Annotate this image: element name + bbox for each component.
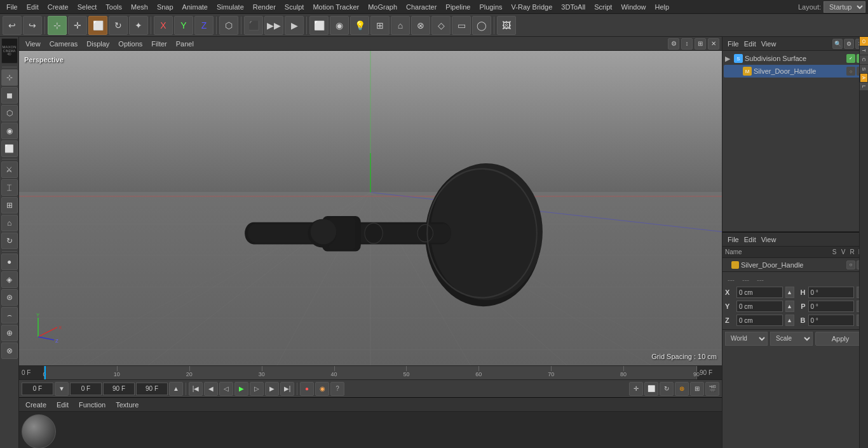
vp-settings-icon[interactable]: ⚙ xyxy=(668,38,679,50)
obj-view-menu[interactable]: View xyxy=(759,37,779,51)
redo-button[interactable]: ↪ xyxy=(23,16,42,35)
menu-plugins[interactable]: Plugins xyxy=(475,0,506,14)
pb-move-key-btn[interactable]: ✛ xyxy=(629,382,643,396)
pb-play-btn[interactable]: ▶ xyxy=(234,382,248,396)
vp-menu-cameras[interactable]: Cameras xyxy=(46,37,82,51)
particles-button[interactable]: ⊞ xyxy=(370,16,390,35)
transform-button[interactable]: ✦ xyxy=(129,16,148,35)
select-tool-button[interactable]: ⊹ xyxy=(48,16,67,35)
vtab-tags[interactable]: T xyxy=(860,46,868,55)
pb-frame-end1[interactable]: 90 F xyxy=(103,383,135,395)
material-item-doorhai[interactable]: doorhai xyxy=(22,414,56,448)
vtab-content-browser[interactable]: C xyxy=(860,55,868,65)
menu-character[interactable]: Character xyxy=(402,0,440,14)
view-cube-button[interactable]: ⬜ xyxy=(309,16,329,35)
coord-x-arrow[interactable]: ▲ xyxy=(785,287,794,298)
bevel-tool[interactable]: ⌂ xyxy=(1,215,18,231)
render-region-button[interactable]: ⬛ xyxy=(244,16,263,35)
coord-space-select[interactable]: World Object xyxy=(725,332,768,346)
vp-menu-filter[interactable]: Filter xyxy=(147,37,170,51)
timeline-end-frame[interactable]: 90 F xyxy=(696,366,722,380)
pb-select-key-btn[interactable]: ⬜ xyxy=(644,382,658,396)
camera-button[interactable]: ◉ xyxy=(330,16,349,35)
scale-tool-button[interactable]: ⬜ xyxy=(88,16,107,35)
pb-up-btn[interactable]: ▲ xyxy=(169,382,183,396)
rotate-tool-button[interactable]: ↻ xyxy=(109,16,128,35)
menu-animate[interactable]: Animate xyxy=(179,0,212,14)
edge-mode-btn[interactable]: ⬡ xyxy=(1,105,18,121)
vp-close-icon[interactable]: ✕ xyxy=(708,38,719,50)
pb-help-btn[interactable]: ? xyxy=(330,382,344,396)
pb-grid-btn[interactable]: ⊞ xyxy=(690,382,704,396)
extra-tool-1[interactable]: ⊕ xyxy=(1,325,18,341)
menu-mesh[interactable]: Mesh xyxy=(127,0,152,14)
pb-step-fwd-btn[interactable]: ▶ xyxy=(265,382,279,396)
attr-file-menu[interactable]: File xyxy=(725,233,742,247)
polygon-mode-btn[interactable]: ◼ xyxy=(1,87,18,104)
pb-loop-btn[interactable]: ↻ xyxy=(660,382,674,396)
menu-simulate[interactable]: Simulate xyxy=(213,0,248,14)
object-mode-button[interactable]: ⬡ xyxy=(219,16,238,35)
floor-button[interactable]: ▭ xyxy=(452,16,471,35)
obj-file-menu[interactable]: File xyxy=(725,37,742,51)
pb-step-back-btn[interactable]: ◀ xyxy=(204,382,218,396)
sculpt-brush-tool[interactable]: ● xyxy=(1,254,18,270)
vp-menu-panel[interactable]: Panel xyxy=(172,37,198,51)
pb-powerslider-btn[interactable]: ⊛ xyxy=(675,382,689,396)
coord-y-field[interactable]: 0 cm xyxy=(736,301,783,312)
pb-frame-field2[interactable]: 0 F xyxy=(70,383,102,395)
pb-current-frame[interactable]: 0 F xyxy=(22,383,53,395)
object-mode-left-btn[interactable]: ⬜ xyxy=(1,140,18,157)
null-button[interactable]: ◇ xyxy=(431,16,451,35)
bridge-tool[interactable]: ⌶ xyxy=(1,179,18,196)
pb-record-auto-btn[interactable]: ◉ xyxy=(315,382,329,396)
menu-select[interactable]: Select xyxy=(74,0,101,14)
coord-h-field[interactable]: 0 ° xyxy=(808,287,855,298)
pb-preview-btn[interactable]: 🎬 xyxy=(705,382,719,396)
pb-record-btn[interactable]: ● xyxy=(300,382,314,396)
attr-view-menu[interactable]: View xyxy=(759,233,779,247)
mat-edit-menu[interactable]: Edit xyxy=(53,398,72,412)
menu-mograph[interactable]: MoGraph xyxy=(364,0,401,14)
pb-next-frame-btn[interactable]: ▷ xyxy=(250,382,264,396)
menu-tools[interactable]: Tools xyxy=(102,0,126,14)
pb-jump-end-btn[interactable]: ▶| xyxy=(280,382,294,396)
layout-select[interactable]: Startup xyxy=(824,1,865,13)
obj-row-silver-door-handle[interactable]: ▶ M Silver_Door_Handle ○ ○ xyxy=(724,65,867,78)
coord-z-field[interactable]: 0 cm xyxy=(736,315,783,326)
coord-x-field[interactable]: 0 cm xyxy=(736,287,783,298)
vp-layout-icon[interactable]: ⊞ xyxy=(695,38,706,50)
vtab-layer[interactable]: L xyxy=(860,83,868,91)
vtab-object[interactable]: O xyxy=(860,37,868,46)
pb-jump-start-btn[interactable]: |◀ xyxy=(189,382,203,396)
menu-render[interactable]: Render xyxy=(249,0,280,14)
vp-arrow-icon[interactable]: ↕ xyxy=(681,38,693,50)
render-to-po-button[interactable]: ▶▶ xyxy=(264,16,283,35)
z-axis-button[interactable]: Z xyxy=(194,16,214,35)
menu-3dtoall[interactable]: 3DToAll xyxy=(557,0,589,14)
extrude-tool[interactable]: ⊞ xyxy=(1,197,18,214)
obj-search-btn[interactable]: 🔍 xyxy=(832,39,843,49)
extra-tool-2[interactable]: ⊗ xyxy=(1,343,18,359)
paint-tool[interactable]: ◈ xyxy=(1,271,18,288)
move-tool-button[interactable]: ✛ xyxy=(68,16,87,35)
timeline-start-frame[interactable]: 0 F xyxy=(19,366,44,380)
coord-z-arrow[interactable]: ▲ xyxy=(785,315,794,326)
mat-create-menu[interactable]: Create xyxy=(22,398,50,412)
coord-y-arrow[interactable]: ▲ xyxy=(785,301,794,312)
attr-visibility-btn[interactable]: ○ xyxy=(846,261,855,269)
light-button[interactable]: 💡 xyxy=(350,16,369,35)
vtab-structure[interactable]: S xyxy=(860,65,868,74)
attr-selected-object-row[interactable]: Silver_Door_Handle ○ ○ xyxy=(722,258,868,272)
apply-button[interactable]: Apply xyxy=(815,332,865,346)
handle-vis-icon[interactable]: ○ xyxy=(846,67,855,76)
coord-b-field[interactable]: 0 ° xyxy=(808,315,855,326)
menu-create[interactable]: Create xyxy=(44,0,72,14)
knife-tool[interactable]: ⚔ xyxy=(1,161,18,178)
live-selection-tool[interactable]: ⊹ xyxy=(1,69,18,86)
pb-down-btn[interactable]: ▼ xyxy=(55,382,69,396)
coord-mode-select[interactable]: Scale Size xyxy=(770,332,813,346)
menu-script[interactable]: Script xyxy=(590,0,616,14)
vp-menu-options[interactable]: Options xyxy=(114,37,146,51)
3d-viewport[interactable]: Perspective Grid Spacing : 10 cm X Y Z xyxy=(19,51,722,365)
